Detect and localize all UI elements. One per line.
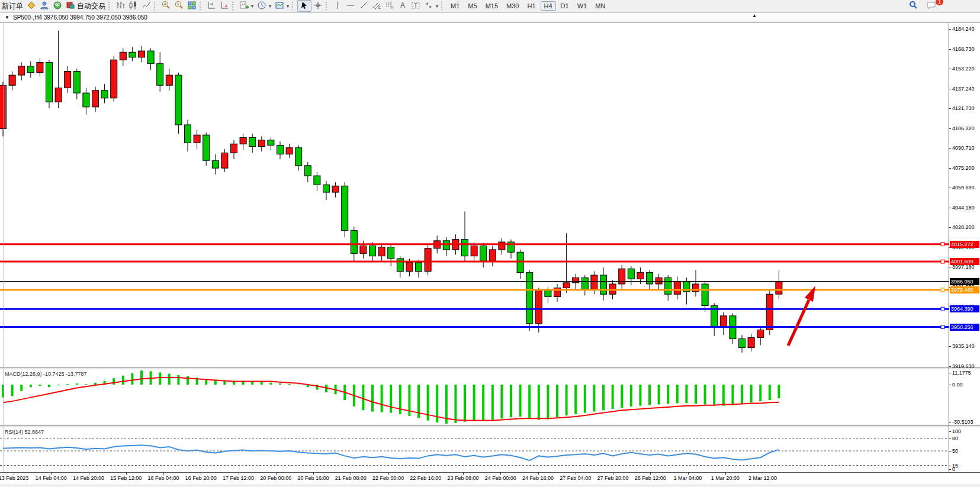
bear-candle xyxy=(462,240,468,256)
bear-candle xyxy=(175,75,182,125)
price-axis-tick xyxy=(949,29,951,30)
time-axis-label: 15 Feb 12:00 xyxy=(110,475,142,481)
bull-candle xyxy=(231,144,237,153)
price-axis-tick xyxy=(949,148,951,149)
rsi-axis-label: 50 xyxy=(952,448,958,454)
bear-candle xyxy=(249,137,256,146)
price-axis-label: 4121.730 xyxy=(952,105,975,111)
macd-pane-separator[interactable] xyxy=(0,367,980,368)
time-axis-label: 24 Feb 00:00 xyxy=(485,475,516,481)
time-axis-label: 14 Feb 20:00 xyxy=(73,475,104,481)
time-axis-border xyxy=(0,472,980,473)
rsi-axis-tick xyxy=(949,438,951,439)
time-axis-label: 24 Feb 16:00 xyxy=(522,475,554,481)
price-axis-tick xyxy=(949,89,951,89)
bull-candle xyxy=(360,246,367,253)
level-price-label: 3979.466 xyxy=(950,286,979,294)
price-axis-label: 3935.140 xyxy=(952,343,975,349)
price-axis-label: 4168.730 xyxy=(952,46,975,52)
bear-candle xyxy=(581,278,588,289)
bear-candle xyxy=(295,148,302,166)
arrow-annotation-head[interactable] xyxy=(805,286,815,302)
bull-candle xyxy=(18,66,25,75)
time-axis-tick xyxy=(576,473,576,475)
macd-axis-label: 11.1775 xyxy=(952,370,971,376)
time-axis-label: 1 Mar 04:00 xyxy=(673,475,702,481)
bear-candle xyxy=(739,339,746,348)
price-axis-tick xyxy=(949,227,951,228)
macd-pane-separator[interactable] xyxy=(0,369,980,369)
bear-candle xyxy=(416,262,422,271)
bull-candle xyxy=(37,62,43,72)
bear-candle xyxy=(480,246,487,261)
bull-candle xyxy=(111,60,117,98)
bear-candle xyxy=(342,186,348,230)
rsi-axis-label: 0 xyxy=(952,466,955,472)
price-axis-tick xyxy=(949,69,951,69)
bull-candle xyxy=(55,88,62,102)
time-axis-label: 16 Feb 04:00 xyxy=(147,475,179,481)
rsi-axis-tick xyxy=(949,469,951,470)
bull-candle xyxy=(637,273,644,279)
time-axis-label: 13 Feb 2023 xyxy=(0,475,28,481)
window-bottom-edge xyxy=(0,484,980,487)
macd-info-label: MACD(12,26,9) -10.7425 -13.7787 xyxy=(5,371,87,377)
bear-candle xyxy=(351,231,357,254)
price-axis-tick xyxy=(949,188,951,188)
time-axis-tick xyxy=(126,473,127,475)
bull-candle xyxy=(535,291,542,324)
level-line-handle[interactable] xyxy=(941,260,944,263)
price-axis-label: 4090.710 xyxy=(952,145,975,151)
bear-candle xyxy=(628,269,634,279)
macd-axis-tick xyxy=(949,385,951,385)
bull-candle xyxy=(766,294,773,330)
time-axis-tick xyxy=(351,473,351,475)
price-axis-tick xyxy=(949,128,951,129)
price-axis-label: 4059.690 xyxy=(952,185,975,191)
bull-candle xyxy=(240,137,246,144)
bull-candle xyxy=(406,262,413,271)
time-axis-tick xyxy=(313,473,314,475)
price-axis-label: 4075.200 xyxy=(952,165,975,171)
macd-axis-tick xyxy=(949,422,951,423)
bear-candle xyxy=(46,62,53,102)
bull-candle xyxy=(92,91,99,107)
arrow-annotation[interactable] xyxy=(788,300,809,346)
bear-candle xyxy=(304,166,311,176)
level-line-handle[interactable] xyxy=(941,307,944,311)
bear-candle xyxy=(388,247,394,259)
bull-candle xyxy=(378,247,385,256)
price-chart[interactable] xyxy=(0,0,980,487)
time-axis-label: 17 Feb 12:00 xyxy=(223,475,254,481)
bear-candle xyxy=(369,246,376,256)
plot-top-border xyxy=(0,22,980,23)
bull-candle xyxy=(139,51,145,57)
time-axis-label: 28 Feb 12:00 xyxy=(635,475,666,481)
price-axis-label: 4044.180 xyxy=(952,205,975,211)
bear-candle xyxy=(147,51,154,64)
macd-axis-label: 0.00 xyxy=(952,382,963,388)
level-line-handle[interactable] xyxy=(941,288,944,292)
bear-candle xyxy=(526,273,533,324)
time-axis-tick xyxy=(89,473,89,475)
bull-candle xyxy=(757,330,764,337)
bull-candle xyxy=(166,75,172,85)
rsi-pane-separator[interactable] xyxy=(0,427,980,427)
rsi-pane-separator[interactable] xyxy=(0,425,980,426)
bear-candle xyxy=(212,160,219,168)
bull-candle xyxy=(120,52,126,60)
bull-candle xyxy=(748,337,754,347)
rsi-axis-tick xyxy=(949,466,951,466)
price-axis-label: 4153.220 xyxy=(952,66,975,72)
time-axis-tick xyxy=(763,473,763,475)
price-axis-label: 4184.240 xyxy=(952,26,975,32)
price-axis-label: 4028.200 xyxy=(952,224,975,230)
bull-candle xyxy=(286,148,293,154)
bear-candle xyxy=(277,145,284,154)
level-line-handle[interactable] xyxy=(941,325,944,329)
macd-axis-label: -30.5103 xyxy=(952,419,973,425)
level-line-handle[interactable] xyxy=(941,243,944,246)
time-axis-tick xyxy=(500,473,501,475)
time-axis-tick xyxy=(688,473,689,475)
bear-candle xyxy=(268,140,274,146)
